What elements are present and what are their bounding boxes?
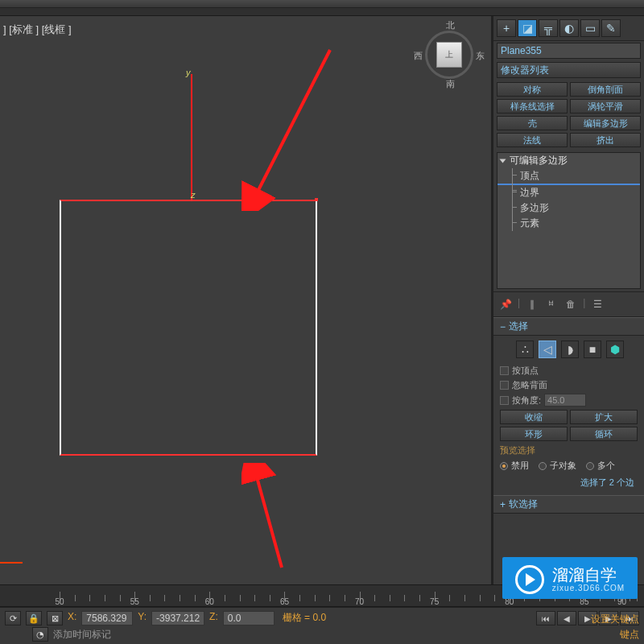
configure-icon[interactable]: ☰ [590,297,605,312]
view-cube-east[interactable]: 东 [476,50,485,62]
selection-info: 选择了 2 个边 [500,475,638,490]
ring-button[interactable]: 环形 [500,427,568,441]
axis-y-line [191,74,192,200]
stack-tools: 📌 | ∥ ᢂ 🗑 | ☰ [493,291,644,317]
subobject-icons: ∴ ◁ ◗ ■ ⬢ [500,341,638,358]
element-mode-icon[interactable]: ⬢ [606,341,624,358]
set-key-label[interactable]: 设置关键点 [591,613,639,625]
y-label: Y: [138,611,147,622]
selection-rollout-body: ∴ ◁ ◗ ■ ⬢ 按顶点 忽略背面 按角度: 45.0 收缩 扩大 环形 循环… [493,336,644,495]
chamfer-button[interactable]: 倒角剖面 [570,82,641,97]
svg-line-1 [256,474,282,568]
modify-tab-icon[interactable]: ◪ [518,19,537,37]
radio-disable[interactable] [500,462,508,470]
stack-border[interactable]: 边界 [497,185,640,200]
edge-mode-icon[interactable]: ◁ [539,341,556,358]
panel-tabs: + ◪ ╦ ◐ ▭ ✎ [493,16,644,41]
x-field[interactable]: 7586.329 [81,611,133,625]
main-area: ] [标准 ] [线框 ] 上 北 南 西 东 y z + ◪ ╦ ◐ [0,16,644,612]
watermark-badge: 溜溜自学 zixue.3D66.COM [502,557,638,599]
normal-button[interactable]: 法线 [497,133,568,147]
motion-tab-icon[interactable]: ◐ [559,19,579,37]
viewport-label[interactable]: ] [标准 ] [线框 ] [3,23,72,37]
axis-tick [315,198,318,201]
turbosmooth-button[interactable]: 涡轮平滑 [570,99,641,114]
tab-header [0,8,644,16]
by-vertex-check[interactable]: 按顶点 [500,365,638,377]
time-tag-icon[interactable]: ◔ [32,627,48,642]
object-name-field[interactable]: Plane355 [497,43,641,59]
grid-label: 栅格 = 0.0 [279,611,329,625]
play-logo-icon [515,565,544,594]
view-cube-face[interactable]: 上 [436,42,462,68]
selected-plane[interactable] [60,200,317,456]
axis-z-label: z [191,190,196,200]
preview-selection-label: 预览选择 [500,444,638,456]
view-cube[interactable]: 上 北 南 西 东 [425,31,473,79]
selection-lock-icon[interactable]: ⟳ [5,611,21,625]
edit-poly-button[interactable]: 编辑多边形 [570,116,641,130]
x-label: X: [68,611,76,622]
stack-vertex[interactable]: 顶点 [497,168,640,184]
view-cube-west[interactable]: 西 [414,50,423,62]
collapse-icon[interactable]: − [500,321,506,332]
prev-frame-icon[interactable]: ◀ [557,611,576,625]
display-tab-icon[interactable]: ▭ [580,19,600,37]
delete-icon[interactable]: 🗑 [564,297,578,312]
extrude-button[interactable]: 挤出 [570,133,641,147]
loop-button[interactable]: 循环 [570,427,638,441]
preview-radios: 禁用 子对象 多个 [500,460,638,472]
lock-icon[interactable]: 🔒 [26,611,42,625]
checkbox-icon[interactable] [500,396,509,405]
modifier-shortcut-grid: 对称 倒角剖面 样条线选择 涡轮平滑 壳 编辑多边形 法线 挤出 [493,80,644,150]
add-time-tag-label[interactable]: 添加时间标记 [53,628,111,642]
expand-icon[interactable] [500,159,506,163]
checkbox-icon[interactable] [500,381,509,390]
pin-icon[interactable]: 📌 [498,297,513,312]
annotation-arrow-2 [242,463,298,576]
create-tab-icon[interactable]: + [497,19,516,37]
expand-icon[interactable]: + [500,499,506,510]
checkbox-icon[interactable] [500,366,509,375]
z-field[interactable]: 0.0 [223,611,275,625]
by-angle-check[interactable]: 按角度: 45.0 [500,394,638,407]
view-cube-north[interactable]: 北 [446,19,455,31]
rollout-soft-select[interactable]: +软选择 [493,495,644,514]
annotation-arrow-1 [242,42,338,211]
isolate-icon[interactable]: ⊠ [47,611,63,625]
hierarchy-tab-icon[interactable]: ╦ [539,19,558,37]
stack-root[interactable]: 可编辑多边形 [497,153,640,168]
watermark-sub: zixue.3D66.COM [552,584,625,592]
key-pt-label: 键点 [620,628,639,642]
z-label: Z: [209,611,218,622]
watermark-title: 溜溜自学 [552,567,625,583]
grow-button[interactable]: 扩大 [570,410,638,424]
stack-polygon[interactable]: 多边形 [497,200,640,216]
angle-field[interactable]: 45.0 [544,394,586,407]
command-panel: + ◪ ╦ ◐ ▭ ✎ Plane355 修改器列表 对称 倒角剖面 样条线选择… [493,16,644,612]
ignore-backface-check[interactable]: 忽略背面 [500,379,638,391]
vertex-mode-icon[interactable]: ∴ [516,341,534,358]
view-cube-south[interactable]: 南 [446,78,455,90]
show-end-result-icon[interactable]: ∥ [525,297,539,312]
axis-y-label: y [186,68,191,77]
svg-line-0 [256,50,330,195]
stack-element[interactable]: 元素 [497,216,640,231]
origin-mark [0,562,23,564]
goto-start-icon[interactable]: ⏮ [536,611,555,625]
viewport[interactable]: ] [标准 ] [线框 ] 上 北 南 西 东 y z [0,16,493,612]
radio-subobj[interactable] [539,462,547,470]
shrink-button[interactable]: 收缩 [500,410,568,424]
border-mode-icon[interactable]: ◗ [561,341,579,358]
y-field[interactable]: -3937.212 [151,611,204,625]
rollout-selection[interactable]: −选择 [493,317,644,336]
utilities-tab-icon[interactable]: ✎ [601,19,621,37]
modifier-list-dropdown[interactable]: 修改器列表 [497,62,641,78]
polygon-mode-icon[interactable]: ■ [584,341,601,358]
spline-select-button[interactable]: 样条线选择 [497,99,568,114]
radio-multi[interactable] [586,462,594,470]
shell-button[interactable]: 壳 [497,116,568,130]
unique-icon[interactable]: ᢂ [544,297,559,312]
modifier-stack[interactable]: 可编辑多边形 顶点 边界 多边形 元素 [497,152,641,289]
symmetry-button[interactable]: 对称 [497,82,568,97]
